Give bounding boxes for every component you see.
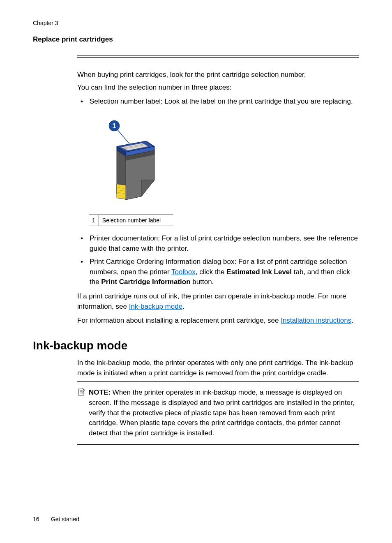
ink-backup-text-pre: If a print cartridge runs out of ink, th… — [77, 292, 346, 310]
bullet-printer-docs: Printer documentation: For a list of pri… — [77, 233, 359, 254]
cartridge-figure: 1 — [89, 118, 359, 226]
cartridge-illustration: 1 — [89, 118, 171, 209]
bullet3-text-end: button. — [191, 278, 214, 286]
section-rule — [77, 55, 359, 58]
estimated-ink-level-label: Estimated Ink Level — [226, 268, 292, 276]
installation-instructions-link[interactable]: Installation instructions — [281, 317, 351, 324]
figure-caption-number: 1 — [89, 215, 99, 226]
note-label: NOTE: — [89, 388, 111, 396]
section-heading: Replace print cartridges — [33, 35, 359, 44]
ink-backup-description: In the ink-backup mode, the printer oper… — [77, 358, 359, 378]
chapter-label: Chapter 3 — [33, 20, 359, 26]
note-rule-bottom — [77, 444, 359, 445]
intro-paragraph-2: You can find the selection number in thr… — [77, 83, 359, 93]
install-paragraph: For information about installing a repla… — [77, 316, 359, 326]
note-icon — [77, 388, 85, 396]
page-footer: 16 Get started — [33, 516, 79, 522]
intro-paragraph-1: When buying print cartridges, look for t… — [77, 70, 359, 80]
note-text: When the printer operates in ink-backup … — [89, 388, 354, 437]
bullet3-text-mid1: , click the — [196, 268, 227, 276]
note-rule-top — [77, 381, 359, 382]
install-text-pre: For information about installing a repla… — [77, 317, 281, 324]
ink-backup-paragraph: If a print cartridge runs out of ink, th… — [77, 291, 359, 312]
svg-rect-5 — [117, 184, 126, 199]
footer-section-title: Get started — [51, 516, 79, 522]
figure-caption-table: 1 Selection number label — [89, 215, 173, 226]
note-block: NOTE: When the printer operates in ink-b… — [77, 385, 359, 441]
bullet-ordering-info: Print Cartridge Ordering Information dia… — [77, 257, 359, 287]
figure-caption-text: Selection number label — [99, 215, 173, 226]
footer-page-number: 16 — [33, 516, 49, 522]
print-cartridge-info-label: Print Cartridge Information — [101, 278, 190, 286]
ink-backup-mode-heading: Ink-backup mode — [33, 339, 359, 352]
period-2: . — [351, 317, 353, 324]
toolbox-link[interactable]: Toolbox — [171, 268, 196, 276]
period-1: . — [182, 303, 184, 310]
ink-backup-mode-link[interactable]: Ink-backup mode — [129, 303, 182, 310]
bullet-selection-label: Selection number label: Look at the labe… — [77, 97, 359, 107]
callout-number: 1 — [112, 122, 116, 130]
